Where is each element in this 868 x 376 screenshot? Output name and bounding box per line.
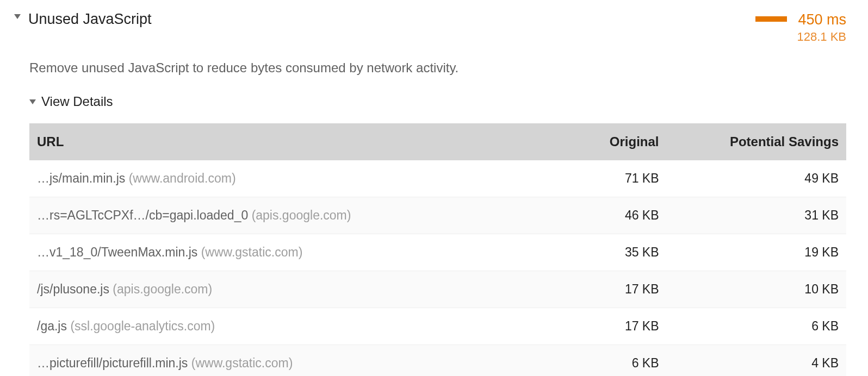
url-host: (apis.google.com) [113,282,212,296]
table-row[interactable]: /ga.js (ssl.google-analytics.com)17 KB6 … [29,308,846,345]
metric-time: 450 ms [798,11,846,29]
url-path: /js/plusone.js [37,282,109,296]
audit-title: Unused JavaScript [28,11,748,28]
audit-body: Remove unused JavaScript to reduce bytes… [29,60,846,376]
savings-bar-icon [755,16,787,22]
audit-header: Unused JavaScript 450 ms 128.1 KB [11,11,846,44]
col-header-url[interactable]: URL [29,123,536,160]
details-table: URL Original Potential Savings …js/main.… [29,123,846,376]
url-path: …rs=AGLTcCPXf…/cb=gapi.loaded_0 [37,208,248,222]
cell-url: /ga.js (ssl.google-analytics.com) [29,308,536,345]
table-row[interactable]: …rs=AGLTcCPXf…/cb=gapi.loaded_0 (apis.go… [29,197,846,234]
metric-stack: 450 ms 128.1 KB [797,11,846,44]
url-host: (www.gstatic.com) [201,245,303,259]
view-details-label: View Details [41,94,113,109]
cell-savings: 31 KB [667,197,846,234]
metric-bytes: 128.1 KB [797,29,846,45]
view-details-toggle[interactable]: View Details [29,94,846,109]
chevron-down-icon [29,99,36,104]
cell-original: 17 KB [536,271,666,308]
cell-original: 35 KB [536,234,666,271]
cell-original: 71 KB [536,160,666,197]
cell-original: 17 KB [536,308,666,345]
cell-savings: 4 KB [667,345,846,376]
cell-url: …v1_18_0/TweenMax.min.js (www.gstatic.co… [29,234,536,271]
cell-url: /js/plusone.js (apis.google.com) [29,271,536,308]
cell-original: 46 KB [536,197,666,234]
chevron-down-icon [14,14,21,19]
url-host: (ssl.google-analytics.com) [70,319,215,333]
cell-original: 6 KB [536,345,666,376]
cell-url: …rs=AGLTcCPXf…/cb=gapi.loaded_0 (apis.go… [29,197,536,234]
cell-savings: 6 KB [667,308,846,345]
url-host: (www.android.com) [129,171,236,185]
table-row[interactable]: …js/main.min.js (www.android.com)71 KB49… [29,160,846,197]
cell-url: …picturefill/picturefill.min.js (www.gst… [29,345,536,376]
url-path: …picturefill/picturefill.min.js [37,356,188,370]
cell-savings: 19 KB [667,234,846,271]
audit-collapse-toggle[interactable] [11,11,24,19]
col-header-savings[interactable]: Potential Savings [667,123,846,160]
url-host: (www.gstatic.com) [191,356,293,370]
cell-savings: 10 KB [667,271,846,308]
url-path: /ga.js [37,319,67,333]
table-row[interactable]: …v1_18_0/TweenMax.min.js (www.gstatic.co… [29,234,846,271]
col-header-original[interactable]: Original [536,123,666,160]
table-header-row: URL Original Potential Savings [29,123,846,160]
audit-metrics: 450 ms 128.1 KB [748,11,846,44]
url-host: (apis.google.com) [252,208,351,222]
table-row[interactable]: …picturefill/picturefill.min.js (www.gst… [29,345,846,376]
details-table-wrap: URL Original Potential Savings …js/main.… [29,123,846,376]
table-row[interactable]: /js/plusone.js (apis.google.com)17 KB10 … [29,271,846,308]
cell-savings: 49 KB [667,160,846,197]
cell-url: …js/main.min.js (www.android.com) [29,160,536,197]
url-path: …js/main.min.js [37,171,125,185]
url-path: …v1_18_0/TweenMax.min.js [37,245,197,259]
audit-description: Remove unused JavaScript to reduce bytes… [29,60,846,76]
